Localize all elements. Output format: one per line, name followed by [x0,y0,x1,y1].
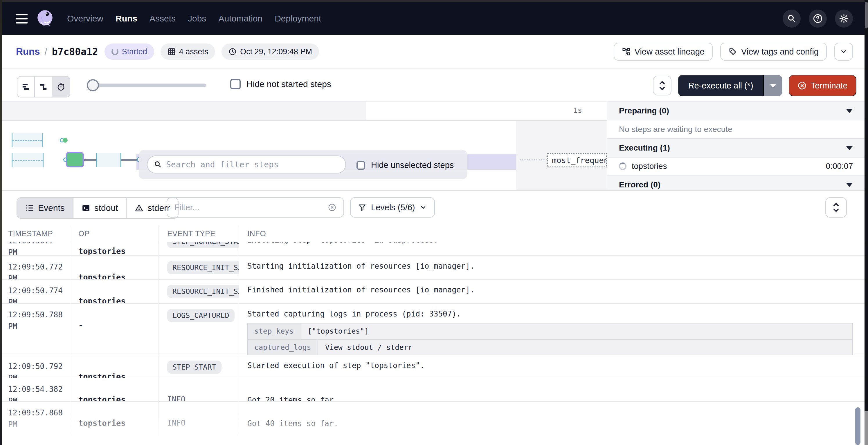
settings-button[interactable] [835,9,853,28]
metadata-value-link[interactable]: View stdout / stderr [318,340,852,355]
view-tags-config-button[interactable]: View tags and config [720,43,827,61]
event-type-badge: LOGS_CAPTURED [167,309,235,322]
reexecute-dropdown-button[interactable] [764,75,782,96]
log-row[interactable]: 12:09:50.772PMtopstoriesRESOURCE_INIT_S…… [0,256,865,280]
gantt-step-queued[interactable] [96,153,121,167]
view-mode-timed-button[interactable] [52,77,70,97]
log-panel-expand-button[interactable] [825,197,847,217]
hide-not-started-checkbox[interactable] [230,79,241,89]
log-scrollbar-thumb[interactable] [855,407,861,445]
header-more-dropdown-button[interactable] [834,43,853,61]
top-nav: Overview Runs Assets Jobs Automation Dep… [0,2,868,35]
view-mode-waterfall-button[interactable] [35,77,52,97]
window-scrollbar-track[interactable] [865,0,868,445]
breadcrumb: Runs / b7c80a12 [16,46,98,58]
funnel-icon [358,203,366,211]
gantt-step-running[interactable] [66,152,84,167]
help-icon [812,13,823,24]
gantt-step-dot[interactable] [63,138,68,143]
nav-item-deployment[interactable]: Deployment [275,14,321,24]
tab-stdout[interactable]: stdout [73,198,127,218]
event-metadata-table: step_keys["topstories"]captured_logsView… [247,323,853,355]
search-icon [154,161,162,169]
log-op[interactable]: topstories [70,378,158,401]
search-icon [787,14,796,23]
search-button[interactable] [783,9,801,28]
log-info: Started capturing logs in process (pid: … [239,304,865,355]
log-event-type: RESOURCE_INIT_S… [158,280,239,303]
log-toolbar: Events stdout [0,191,865,226]
run-header-row: Runs / b7c80a12 Started 4 assets Oct 29,… [0,35,868,69]
timeline-marker: 1s [574,106,582,114]
log-op[interactable]: topstories [70,280,158,303]
event-type-badge: RESOURCE_INIT_S… [167,285,239,298]
log-row[interactable]: 12:09:50.774PMtopstoriesRESOURCE_INIT_S…… [0,280,865,304]
errored-section-header[interactable]: Errored (0) [607,175,865,190]
log-op[interactable]: topstories [70,256,158,279]
panel-expand-button[interactable] [653,76,672,96]
assets-badge[interactable]: 4 assets [160,43,215,60]
step-search-input[interactable] [166,160,339,169]
warning-triangle-icon [135,204,144,212]
breadcrumb-runs-link[interactable]: Runs [16,46,40,57]
terminate-x-icon [798,81,807,90]
waterfall-icon [39,82,48,91]
log-row[interactable]: 12:09:50.7PMtopstoriesSTEP_WORKER_STA…Ex… [0,242,865,256]
log-info: Executing step "topstories" in subproces… [239,242,865,255]
log-timestamp: 12:09:50.788PM [0,304,70,355]
help-button[interactable] [809,9,827,28]
levels-filter-dropdown[interactable]: Levels (5/6) [350,197,435,217]
window-scrollbar-thumb[interactable] [865,2,868,28]
run-header-actions: View asset lineage View tags and config [614,43,853,61]
zoom-slider-handle[interactable] [87,79,99,91]
zoom-slider-track[interactable] [93,83,206,87]
log-info: Starting initialization of resources [io… [239,256,865,279]
log-row[interactable]: 12:09:54.382PMtopstoriesINFOGot 20 items… [0,378,865,402]
event-type-badge: STEP_START [167,361,221,374]
hide-unselected-checkbox[interactable] [356,161,365,170]
log-event-type: INFO [158,378,239,401]
log-row[interactable]: 12:09:50.788PM-LOGS_CAPTUREDStarted capt… [0,304,865,355]
reexecute-all-button[interactable]: Re-execute all (*) [678,75,764,96]
preparing-section-header[interactable]: Preparing (0) [607,102,865,121]
executing-step-row[interactable]: topstories 0:00:07 [607,158,865,175]
nav-item-overview[interactable]: Overview [67,14,103,24]
view-asset-lineage-button[interactable]: View asset lineage [614,43,713,61]
gantt-step-not-started-1[interactable] [11,133,43,147]
log-op[interactable]: topstories [70,355,158,378]
terminate-button[interactable]: Terminate [789,75,857,96]
log-row[interactable]: 12:09:57.868PMtopstoriesINFOGot 40 items… [0,402,865,445]
log-filter-input[interactable] [174,203,324,212]
view-mode-flat-button[interactable] [18,77,35,97]
log-op[interactable]: topstories [70,242,158,255]
gantt-filter-overlay: Hide unselected steps [139,150,467,179]
log-event-type: STEP_WORKER_STA… [158,242,239,255]
clear-filter-icon[interactable] [328,203,337,212]
gantt-step-not-started-2[interactable] [11,153,43,167]
log-event-type: LOGS_CAPTURED [158,304,239,355]
stopwatch-icon [56,82,66,91]
log-timestamp: 12:09:50.772PM [0,256,70,279]
start-time-badge: Oct 29, 12:09:48 PM [221,43,319,60]
executing-section-header[interactable]: Executing (1) [607,139,865,158]
log-op[interactable]: - [70,304,158,355]
nav-item-jobs[interactable]: Jobs [188,14,206,24]
nav-item-runs[interactable]: Runs [116,14,137,24]
dagster-logo[interactable] [36,9,55,28]
log-op[interactable]: topstories [70,402,158,445]
event-type-badge: STEP_WORKER_STA… [167,242,239,248]
log-info: Got 40 items so far. [239,402,865,445]
metadata-row: step_keys["topstories"] [247,323,853,340]
tab-events[interactable]: Events [17,198,73,218]
selected-step-tag[interactable]: most_frequent [547,153,607,167]
nav-item-automation[interactable]: Automation [218,14,262,24]
nav-right [783,9,853,28]
log-rows: 12:09:50.7PMtopstoriesSTEP_WORKER_STA…Ex… [0,242,865,445]
hamburger-menu-icon[interactable] [16,14,28,24]
nav-item-assets[interactable]: Assets [150,14,176,24]
gantt-canvas[interactable]: most_frequent Hide unselected steps [0,121,607,190]
step-status-panel: Preparing (0) No steps are waiting to ex… [607,102,865,190]
log-table-header: TIMESTAMP OP EVENT TYPE INFO [0,226,865,242]
flat-list-icon [22,82,30,91]
log-row[interactable]: 12:09:50.792PMtopstoriesSTEP_STARTStarte… [0,355,865,378]
